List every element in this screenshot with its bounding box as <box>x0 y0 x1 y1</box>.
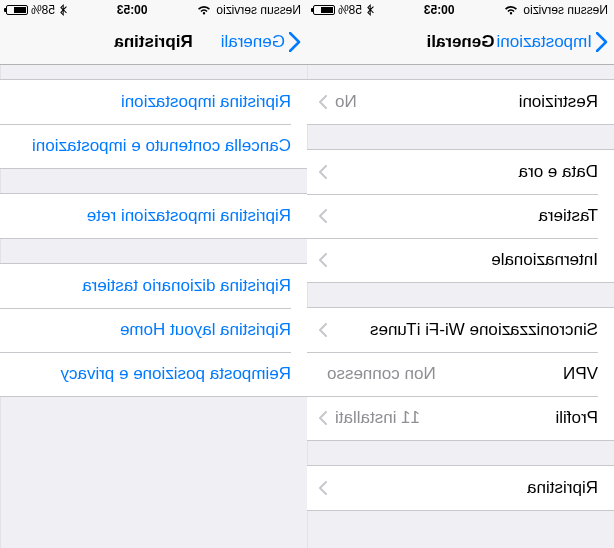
wifi-icon <box>197 5 211 15</box>
battery-percent-text: 58% <box>31 3 55 17</box>
cell-label: Profili <box>555 408 598 428</box>
screen-reset: Nessun servizio 00:53 58% Generali <box>0 0 307 548</box>
chevron-right-icon <box>319 209 327 223</box>
action-ripristina-dizionario[interactable]: Ripristina dizionario tastiera <box>0 264 307 308</box>
chevron-right-icon <box>319 411 327 425</box>
carrier-text: Nessun servizio <box>523 3 608 17</box>
cell-label: Restrizioni <box>519 92 598 112</box>
cell-label: Cancella contenuto e impostazioni <box>32 136 291 156</box>
battery-indicator: 58% <box>6 3 55 17</box>
chevron-right-icon <box>319 481 327 495</box>
cell-restrizioni[interactable]: RestrizioniNo <box>307 80 614 124</box>
cell-internazionale[interactable]: Internazionale <box>307 238 614 282</box>
chevron-right-icon <box>319 323 327 337</box>
cell-label: Tastiera <box>538 206 598 226</box>
bluetooth-icon <box>367 4 374 16</box>
cell-detail: No <box>327 92 357 112</box>
action-ripristina-impostazioni[interactable]: Ripristina impostazioni <box>0 80 307 124</box>
cell-label: Data e ora <box>519 162 598 182</box>
settings-list[interactable]: RestrizioniNoData e oraTastieraInternazi… <box>307 65 614 548</box>
wifi-icon <box>504 5 518 15</box>
chevron-right-icon <box>319 165 327 179</box>
cell-label: Reimposta posizione e privacy <box>60 364 291 384</box>
cell-profili[interactable]: Profili11 installati <box>307 396 614 440</box>
cell-data-e-ora[interactable]: Data e ora <box>307 150 614 194</box>
back-button[interactable]: Generali <box>221 32 301 52</box>
bluetooth-icon <box>60 4 67 16</box>
screen-general: Nessun servizio 00:53 58% Impostazioni <box>307 0 614 548</box>
cell-label: Ripristina dizionario tastiera <box>82 276 291 296</box>
cell-label: Sincronizzazione Wi-Fi iTunes <box>370 320 598 340</box>
reset-list[interactable]: Ripristina impostazioniCancella contenut… <box>0 65 307 548</box>
nav-bar: Impostazioni Generali <box>307 20 614 65</box>
cell-sync-wifi-itunes[interactable]: Sincronizzazione Wi-Fi iTunes <box>307 308 614 352</box>
chevron-right-icon <box>319 253 327 267</box>
status-bar: Nessun servizio 00:53 58% <box>0 0 307 20</box>
cell-detail: 11 installati <box>327 408 420 428</box>
action-reimposta-posizione-privacy[interactable]: Reimposta posizione e privacy <box>0 352 307 396</box>
carrier-text: Nessun servizio <box>216 3 301 17</box>
cell-detail: Non connesso <box>319 364 436 384</box>
battery-indicator: 58% <box>313 3 362 17</box>
cell-label: Internazionale <box>491 250 598 270</box>
cell-label: Ripristina impostazioni <box>121 92 291 112</box>
back-label: Impostazioni <box>497 32 592 52</box>
chevron-right-icon <box>319 95 327 109</box>
cell-tastiera[interactable]: Tastiera <box>307 194 614 238</box>
action-ripristina-layout-home[interactable]: Ripristina layout Home <box>0 308 307 352</box>
cell-label: Ripristina layout Home <box>120 320 291 340</box>
cell-ripristina[interactable]: Ripristina <box>307 466 614 510</box>
cell-label: VPN <box>563 364 598 384</box>
clock-text: 00:53 <box>117 3 148 17</box>
battery-percent-text: 58% <box>338 3 362 17</box>
action-ripristina-impostazioni-rete[interactable]: Ripristina impostazioni rete <box>0 194 307 238</box>
action-cancella-contenuto[interactable]: Cancella contenuto e impostazioni <box>0 124 307 168</box>
clock-text: 00:53 <box>424 3 455 17</box>
cell-label: Ripristina <box>527 478 598 498</box>
status-bar: Nessun servizio 00:53 58% <box>307 0 614 20</box>
cell-label: Ripristina impostazioni rete <box>87 206 291 226</box>
back-label: Generali <box>221 32 285 52</box>
back-button[interactable]: Impostazioni <box>497 32 608 52</box>
nav-bar: Generali Ripristina <box>0 20 307 65</box>
cell-vpn[interactable]: VPNNon connesso <box>307 352 614 396</box>
